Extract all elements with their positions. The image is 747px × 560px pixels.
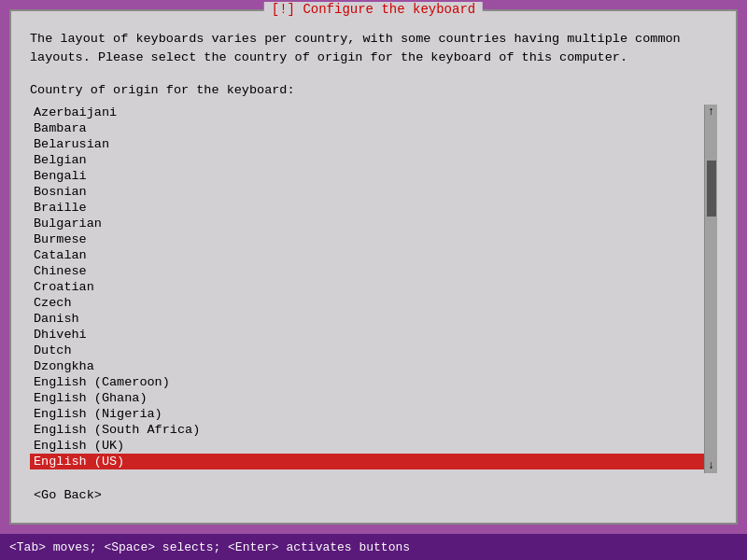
go-back-button[interactable]: <Go Back> (30, 486, 106, 504)
scroll-up-arrow[interactable]: ↑ (705, 105, 717, 119)
scroll-thumb[interactable] (707, 161, 716, 217)
list-item[interactable]: Bengali (30, 168, 704, 184)
scroll-down-arrow[interactable]: ↓ (705, 458, 717, 473)
list-item[interactable]: Danish (30, 311, 704, 327)
list-item[interactable]: English (Ghana) (30, 390, 704, 406)
description: The layout of keyboards varies per count… (30, 30, 717, 68)
list-item[interactable]: English (South Africa) (30, 422, 704, 438)
list-item[interactable]: English (Cameroon) (30, 374, 704, 390)
list-item[interactable]: Dutch (30, 343, 704, 358)
list-item[interactable]: Bosnian (30, 184, 704, 200)
list-item[interactable]: Czech (30, 295, 704, 311)
status-bar: <Tab> moves; <Space> selects; <Enter> ac… (0, 534, 747, 560)
keyboard-list[interactable]: AzerbaijaniBambaraBelarusianBelgianBenga… (30, 105, 704, 474)
list-item[interactable]: English (Nigeria) (30, 406, 704, 422)
list-item[interactable]: Bulgarian (30, 216, 704, 231)
list-item[interactable]: Braille (30, 200, 704, 216)
list-item[interactable]: Azerbaijani (30, 105, 704, 120)
list-item[interactable]: Chinese (30, 263, 704, 279)
list-item[interactable]: English (US) (30, 454, 704, 469)
description-line1: The layout of keyboards varies per count… (30, 30, 717, 49)
list-container: AzerbaijaniBambaraBelarusianBelgianBenga… (30, 105, 717, 474)
list-item[interactable]: English (UK) (30, 438, 704, 454)
title-bar: [!] Configure the keyboard (264, 2, 483, 17)
main-window: [!] Configure the keyboard The layout of… (9, 9, 738, 525)
list-item[interactable]: Dhivehi (30, 327, 704, 343)
buttons-row: <Go Back> (30, 483, 717, 513)
content: The layout of keyboards varies per count… (11, 11, 736, 523)
description-line2: layouts. Please select the country of or… (30, 49, 717, 67)
keyboard-origin-prompt: Country of origin for the keyboard: (30, 83, 717, 97)
list-item[interactable]: Belarusian (30, 136, 704, 152)
list-item[interactable]: Belgian (30, 152, 704, 168)
list-item[interactable]: Croatian (30, 279, 704, 295)
list-item[interactable]: Burmese (30, 231, 704, 247)
status-text: <Tab> moves; <Space> selects; <Enter> ac… (9, 540, 410, 554)
list-item[interactable]: Bambara (30, 120, 704, 136)
list-item[interactable]: Dzongkha (30, 358, 704, 374)
list-item[interactable]: Catalan (30, 247, 704, 263)
scrollbar[interactable]: ↑ ↓ (704, 105, 717, 474)
